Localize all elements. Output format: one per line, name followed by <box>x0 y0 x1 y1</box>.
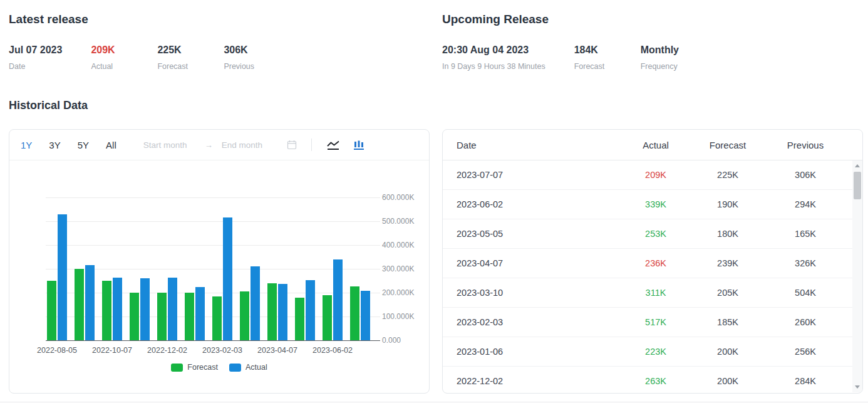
stat-frequency: Monthly Frequency <box>641 44 679 71</box>
cell-previous: 306K <box>765 170 846 180</box>
legend-item-actual[interactable]: Actual <box>229 363 267 372</box>
gridline <box>46 197 380 198</box>
cell-previous: 294K <box>765 199 846 209</box>
cell-previous: 326K <box>765 258 846 268</box>
forecast-bar <box>350 286 359 340</box>
stat-label: Actual <box>91 62 128 71</box>
table-body: 2023-07-07209K225K306K2023-06-02339K190K… <box>443 160 862 394</box>
cell-forecast: 190K <box>691 199 765 209</box>
x-axis-tick-label: 2023-06-02 <box>313 346 353 355</box>
scroll-down-icon[interactable] <box>855 385 860 389</box>
start-month-input[interactable]: Start month <box>143 140 205 150</box>
calendar-icon[interactable] <box>287 140 297 150</box>
forecast-bar <box>157 293 167 340</box>
actual-bar <box>58 214 67 340</box>
cell-date: 2023-07-07 <box>457 170 621 180</box>
y-axis-tick-label: 400.000K <box>382 241 414 249</box>
stat-value: 209K <box>91 44 128 56</box>
cell-actual: 517K <box>621 317 691 327</box>
cell-previous: 165K <box>765 229 846 239</box>
cell-date: 2023-06-02 <box>457 199 621 209</box>
upcoming-release-stats: 20:30 Aug 04 2023 In 9 Days 9 Hours 38 M… <box>442 44 863 71</box>
legend-label: Actual <box>245 363 267 372</box>
bar-chart-icon[interactable] <box>353 140 365 150</box>
stat-date: Jul 07 2023 Date <box>9 44 62 71</box>
legend-label: Forecast <box>187 363 218 372</box>
table-row: 2023-07-07209K225K306K <box>443 160 862 190</box>
col-header-forecast: Forecast <box>691 140 765 150</box>
stat-label: Forecast <box>574 62 612 71</box>
table-row: 2022-12-02263K200K284K <box>443 367 862 394</box>
scroll-up-icon[interactable] <box>855 164 860 167</box>
gridline <box>46 221 380 222</box>
countdown-label: In 9 Days 9 Hours 38 Minutes <box>442 62 545 71</box>
gridline <box>46 293 380 293</box>
table-scrollbar[interactable] <box>852 160 862 392</box>
release-summary-row: Latest release Jul 07 2023 Date 209K Act… <box>9 0 868 71</box>
y-axis-tick-label: 500.000K <box>382 217 414 226</box>
historical-data-title: Historical Data <box>9 99 868 112</box>
chart-legend: ForecastActual <box>9 363 429 372</box>
y-axis-tick-label: 0.000 <box>382 336 401 345</box>
col-header-date: Date <box>457 140 621 150</box>
table-row: 2023-06-02339K190K294K <box>443 190 862 219</box>
cell-date: 2023-02-03 <box>457 317 621 327</box>
stat-value: 306K <box>224 44 261 56</box>
col-header-actual: Actual <box>621 140 691 150</box>
cell-previous: 256K <box>765 347 846 357</box>
stat-previous: 306K Previous <box>224 44 261 71</box>
x-axis-tick-label: 2022-12-02 <box>147 346 187 355</box>
x-axis-tick-label: 2022-08-05 <box>37 346 77 355</box>
historical-data-row: 1Y 3Y 5Y All Start month → End month <box>9 129 868 394</box>
stat-value: 225K <box>157 44 195 56</box>
forecast-bar <box>323 295 332 340</box>
range-tab-all[interactable]: All <box>106 140 116 150</box>
cell-actual: 339K <box>621 199 691 209</box>
table-row: 2023-05-05253K180K165K <box>443 219 862 249</box>
actual-bar <box>251 266 260 340</box>
cell-previous: 260K <box>765 317 846 327</box>
upcoming-release-section: Upcoming Release 20:30 Aug 04 2023 In 9 … <box>442 0 863 71</box>
range-tab-1y[interactable]: 1Y <box>21 140 32 150</box>
cell-actual: 223K <box>621 347 691 357</box>
actual-bar <box>278 284 287 340</box>
gridline <box>46 269 380 270</box>
actual-bar <box>195 287 205 340</box>
x-axis-line <box>46 340 380 341</box>
cell-actual: 263K <box>621 376 691 386</box>
stat-forecast: 184K Forecast <box>574 44 612 71</box>
cell-actual: 311K <box>621 288 691 298</box>
actual-bar <box>306 280 315 340</box>
forecast-bar <box>47 281 56 340</box>
stat-forecast: 225K Forecast <box>157 44 195 71</box>
forecast-bar <box>295 298 304 340</box>
cell-forecast: 205K <box>691 288 765 298</box>
chart-panel: 1Y 3Y 5Y All Start month → End month <box>9 129 430 394</box>
cell-date: 2022-12-02 <box>457 376 621 386</box>
cell-date: 2023-01-06 <box>457 347 621 357</box>
actual-bar <box>140 278 150 340</box>
stat-value: Monthly <box>641 44 679 56</box>
line-chart-icon[interactable] <box>326 140 340 150</box>
table-row: 2023-04-07236K239K326K <box>443 249 862 278</box>
cell-actual: 209K <box>621 170 691 180</box>
toolbar-divider <box>311 139 312 151</box>
range-tab-5y[interactable]: 5Y <box>78 140 89 150</box>
stat-value: 20:30 Aug 04 2023 <box>442 44 545 56</box>
legend-item-forecast[interactable]: Forecast <box>171 363 218 372</box>
range-tab-3y[interactable]: 3Y <box>49 140 60 150</box>
stat-label: Date <box>9 62 62 71</box>
cell-forecast: 200K <box>691 347 765 357</box>
stat-next-date: 20:30 Aug 04 2023 In 9 Days 9 Hours 38 M… <box>442 44 545 71</box>
legend-swatch <box>171 364 183 372</box>
stat-label: Previous <box>224 62 261 71</box>
end-month-input[interactable]: End month <box>222 140 283 150</box>
actual-bar <box>85 265 95 340</box>
actual-bar <box>223 217 232 340</box>
chart-toolbar: 1Y 3Y 5Y All Start month → End month <box>9 130 429 160</box>
table-row: 2023-03-10311K205K504K <box>443 278 862 308</box>
cell-actual: 236K <box>621 258 691 268</box>
cell-forecast: 185K <box>691 317 765 327</box>
forecast-bar <box>240 291 249 340</box>
scrollbar-thumb[interactable] <box>854 172 861 199</box>
